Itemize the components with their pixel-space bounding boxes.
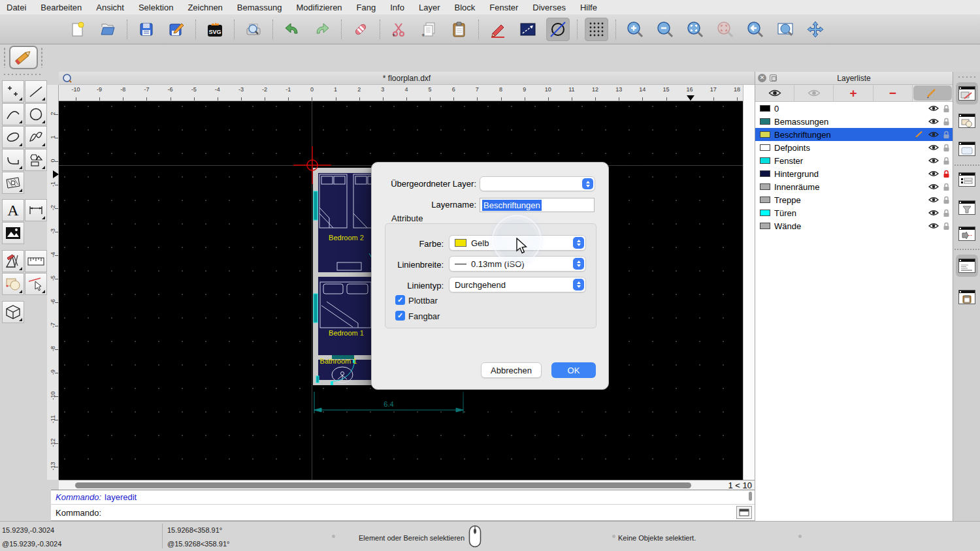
spline-tools-button[interactable] bbox=[25, 126, 47, 148]
snappable-checkbox[interactable]: ✓ bbox=[395, 311, 405, 321]
layer-lock-icon[interactable] bbox=[943, 209, 950, 217]
new-file-button[interactable] bbox=[66, 18, 90, 41]
redo-button[interactable] bbox=[310, 18, 334, 41]
point-tools-button[interactable] bbox=[2, 80, 24, 102]
save-as-button[interactable] bbox=[165, 18, 188, 41]
selection-tools-button[interactable] bbox=[25, 273, 47, 295]
boolean-tools-button[interactable] bbox=[2, 273, 24, 295]
menu-item-bemassung[interactable]: Bemassung bbox=[237, 3, 282, 12]
menu-item-zeichnen[interactable]: Zeichnen bbox=[188, 3, 222, 12]
menu-item-fang[interactable]: Fang bbox=[357, 3, 376, 12]
close-panel-icon[interactable]: ✕ bbox=[758, 74, 766, 82]
layer-visibility-icon[interactable] bbox=[928, 197, 939, 203]
shape-tools-button[interactable] bbox=[25, 149, 47, 171]
current-tool-pencil-button[interactable] bbox=[9, 46, 38, 69]
command-line-window-button[interactable] bbox=[956, 255, 978, 277]
menu-item-diverses[interactable]: Diverses bbox=[532, 3, 566, 12]
line-tools-button[interactable] bbox=[25, 80, 47, 102]
menu-item-datei[interactable]: Datei bbox=[7, 3, 26, 12]
command-options-window-button[interactable] bbox=[956, 223, 978, 245]
add-layer-button[interactable]: + bbox=[834, 85, 873, 101]
polyline-tools-button[interactable] bbox=[2, 149, 24, 171]
menu-item-ansicht[interactable]: Ansicht bbox=[96, 3, 124, 12]
construction-mode-button[interactable] bbox=[546, 18, 570, 41]
layer-visibility-icon[interactable] bbox=[928, 105, 939, 112]
zoom-window-button[interactable] bbox=[774, 18, 797, 41]
layer-row-türen[interactable]: Türen bbox=[755, 206, 953, 219]
layer-list-window-button[interactable] bbox=[956, 82, 978, 104]
cut-button[interactable]: + bbox=[387, 18, 411, 41]
menu-item-info[interactable]: Info bbox=[390, 3, 404, 12]
dimension-tools-button[interactable] bbox=[25, 199, 47, 221]
layer-lock-icon[interactable] bbox=[943, 222, 950, 230]
linetype-select[interactable]: Durchgehend bbox=[449, 277, 586, 292]
copy-button[interactable]: + bbox=[417, 18, 441, 41]
menu-item-fenster[interactable]: Fenster bbox=[489, 3, 518, 12]
command-window-button[interactable] bbox=[736, 506, 752, 519]
text-tool-button[interactable]: A bbox=[2, 199, 24, 221]
layer-visibility-icon[interactable] bbox=[928, 131, 939, 138]
arc-tools-button[interactable] bbox=[2, 103, 24, 125]
remove-layer-button[interactable]: − bbox=[874, 85, 913, 101]
hide-all-layers-button[interactable] bbox=[794, 85, 834, 101]
menu-item-selektion[interactable]: Selektion bbox=[139, 3, 173, 12]
layer-lock-icon[interactable] bbox=[943, 170, 950, 178]
layer-lock-icon[interactable] bbox=[943, 104, 950, 113]
undo-button[interactable] bbox=[280, 18, 304, 41]
layer-visibility-icon[interactable] bbox=[928, 157, 939, 164]
ok-button[interactable]: OK bbox=[551, 362, 596, 378]
ellipse-tools-button[interactable] bbox=[2, 126, 24, 148]
menu-item-layer[interactable]: Layer bbox=[419, 3, 440, 12]
command-input[interactable] bbox=[105, 508, 736, 518]
layer-edit-icon[interactable] bbox=[915, 131, 924, 138]
property-editor-window-button[interactable] bbox=[956, 168, 978, 191]
parent-layer-select[interactable] bbox=[480, 176, 595, 191]
layer-visibility-icon[interactable] bbox=[928, 210, 939, 216]
print-preview-button[interactable] bbox=[242, 18, 265, 41]
menu-item-block[interactable]: Block bbox=[454, 3, 475, 12]
open-file-button[interactable] bbox=[96, 18, 120, 41]
zoom-previous-button[interactable] bbox=[743, 18, 767, 41]
hatch-tool-button[interactable] bbox=[2, 172, 24, 194]
layer-visibility-icon[interactable] bbox=[928, 223, 939, 229]
draw-pencil-button[interactable] bbox=[486, 18, 510, 41]
layer-visibility-icon[interactable] bbox=[928, 144, 939, 151]
horizontal-scrollbar-thumb[interactable] bbox=[75, 482, 691, 488]
layer-row-beschriftungen[interactable]: Beschriftungen bbox=[755, 128, 953, 141]
zoom-auto-button[interactable] bbox=[683, 18, 707, 41]
block-list-window-button[interactable] bbox=[956, 110, 978, 132]
layer-lock-icon[interactable] bbox=[943, 196, 950, 204]
menu-item-hilfe[interactable]: Hilfe bbox=[580, 3, 597, 12]
paste-button[interactable] bbox=[448, 18, 471, 41]
layer-visibility-icon[interactable] bbox=[928, 170, 939, 177]
horizontal-scrollbar[interactable]: 1 < 10 bbox=[59, 480, 755, 490]
layer-name-input[interactable]: Beschriftungen bbox=[480, 198, 595, 212]
detach-panel-icon[interactable] bbox=[770, 74, 777, 82]
layer-row-bemassungen[interactable]: Bemassungen bbox=[755, 115, 953, 128]
plottable-checkbox[interactable]: ✓ bbox=[395, 295, 405, 305]
grid-toggle-button[interactable] bbox=[585, 18, 608, 41]
layer-lock-icon[interactable] bbox=[943, 144, 950, 152]
image-tool-button[interactable] bbox=[2, 222, 24, 244]
edit-layer-button[interactable] bbox=[913, 86, 952, 101]
layer-lock-icon[interactable] bbox=[943, 131, 950, 139]
cancel-button[interactable]: Abbrechen bbox=[481, 362, 542, 378]
solid-tools-button[interactable] bbox=[2, 301, 24, 323]
modify-tools-button[interactable] bbox=[2, 250, 24, 272]
pan-button[interactable] bbox=[804, 18, 827, 41]
show-all-layers-button[interactable] bbox=[755, 85, 794, 101]
library-browser-window-button[interactable] bbox=[956, 138, 978, 160]
measure-tools-button[interactable] bbox=[25, 250, 47, 272]
layer-lock-icon[interactable] bbox=[943, 157, 950, 165]
clipboard-window-button[interactable] bbox=[956, 286, 978, 308]
layer-row-0[interactable]: 0 bbox=[755, 102, 953, 115]
layer-row-defpoints[interactable]: Defpoints bbox=[755, 141, 953, 154]
restrict-angle-button[interactable] bbox=[516, 18, 540, 41]
zoom-out-button[interactable] bbox=[653, 18, 677, 41]
layer-visibility-icon[interactable] bbox=[928, 183, 939, 190]
vertical-scrollbar-track[interactable] bbox=[743, 85, 755, 480]
layer-row-innenräume[interactable]: Innenräume bbox=[755, 180, 953, 193]
circle-tools-button[interactable] bbox=[25, 103, 47, 125]
zoom-in-button[interactable] bbox=[623, 18, 647, 41]
layer-row-treppe[interactable]: Treppe bbox=[755, 193, 953, 206]
